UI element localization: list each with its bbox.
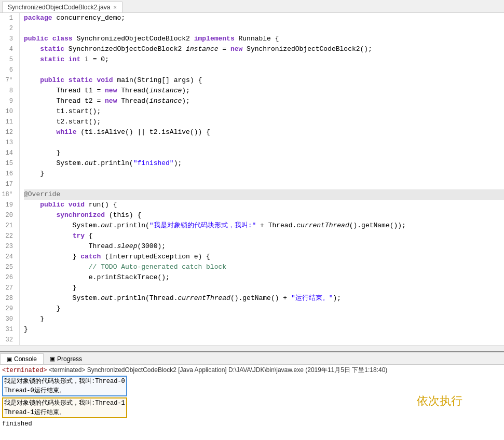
line-number: 30: [0, 314, 16, 324]
console-tab-progress[interactable]: ▣ Progress: [44, 354, 88, 364]
line-number: 18°: [0, 189, 16, 200]
line-number: 21: [0, 221, 16, 231]
line-number: 11: [0, 117, 16, 127]
line-number: 14: [0, 148, 16, 158]
line-number: 6: [0, 65, 16, 75]
line-number: 10: [0, 106, 16, 117]
code-line: // TODO Auto-generated catch block: [24, 262, 504, 272]
console-yellow-highlight: 我是对象锁的代码块形式，我叫:Thread-1Thread-1运行结束。: [2, 397, 127, 418]
console-output-line: 我是对象锁的代码块形式，我叫:Thread-1: [4, 398, 125, 408]
code-line: static int i = 0;: [24, 54, 504, 65]
code-line: System.out.println("我是对象锁的代码块形式，我叫:" + T…: [24, 221, 504, 231]
code-line: package concurrency_demo;: [24, 13, 504, 23]
terminated-text: <terminated> SynchronizedObjectCodeBlock…: [49, 366, 388, 374]
console-output-line: Thread-0运行结束。: [4, 386, 125, 395]
line-number: 3: [0, 34, 16, 44]
code-line: [24, 23, 504, 34]
line-number: 20: [0, 210, 16, 221]
code-line: static SynchronizedObjectCodeBlock2 inst…: [24, 44, 504, 54]
line-number: 2: [0, 23, 16, 34]
line-number: 28: [0, 293, 16, 304]
code-line: synchronized (this) {: [24, 210, 504, 221]
console-output-line: finished: [2, 419, 502, 429]
line-number: 19: [0, 200, 16, 210]
progress-tab-icon: ▣: [50, 355, 55, 362]
code-line: public void run() {: [24, 200, 504, 210]
line-number: 5: [0, 54, 16, 65]
line-number: 7°: [0, 75, 16, 86]
code-line: [24, 138, 504, 148]
line-number: 24: [0, 252, 16, 262]
line-number: 1: [0, 13, 16, 23]
code-line: t2.start();: [24, 117, 504, 127]
console-output-line: Thread-1运行结束。: [4, 408, 125, 417]
code-line: e.printStackTrace();: [24, 272, 504, 283]
line-number: 32: [0, 335, 16, 345]
code-line: public static void main(String[] args) {: [24, 75, 504, 86]
code-line: t1.start();: [24, 106, 504, 117]
line-number: 9: [0, 96, 16, 106]
code-line: public class SynchronizedObjectCodeBlock…: [24, 34, 504, 44]
code-line: while (t1.isAlive() || t2.isAlive()) {: [24, 127, 504, 138]
console-tab-console[interactable]: ▣ Console: [0, 353, 44, 364]
code-line: [24, 179, 504, 189]
console-output-line: 我是对象锁的代码块形式，我叫:Thread-0: [4, 377, 125, 386]
line-number: 25: [0, 262, 16, 272]
console-tab-label: Console: [14, 355, 37, 363]
hscroll-bar[interactable]: [0, 345, 504, 351]
code-line: Thread t1 = new Thread(instance);: [24, 86, 504, 96]
annotation-text: 依次执行: [417, 393, 462, 409]
code-line: }: [24, 304, 504, 314]
file-tab-label: SynchronizedObjectCodeBlock2.java: [8, 4, 110, 11]
code-line: System.out.println(Thread.currentThread(…: [24, 293, 504, 304]
line-number: 13: [0, 138, 16, 148]
line-number: 17: [0, 179, 16, 189]
line-numbers: 1234567°89101112131415161718°19202122232…: [0, 13, 20, 345]
console-terminated-line: <terminated> <terminated> SynchronizedOb…: [2, 366, 502, 375]
code-line: }: [24, 314, 504, 324]
code-line: try {: [24, 231, 504, 241]
line-number: 31: [0, 324, 16, 335]
console-tab-icon: ▣: [7, 356, 12, 363]
console-content[interactable]: <terminated> <terminated> SynchronizedOb…: [0, 365, 504, 440]
line-number: 8: [0, 86, 16, 96]
line-number: 27: [0, 283, 16, 293]
console-tab-bar: ▣ Console ▣ Progress: [0, 352, 504, 365]
code-line: }: [24, 324, 504, 335]
code-line: [24, 65, 504, 75]
file-tab-close[interactable]: ×: [113, 4, 116, 10]
line-number: 16: [0, 169, 16, 179]
line-number: 23: [0, 241, 16, 252]
line-number: 4: [0, 44, 16, 54]
line-number: 15: [0, 158, 16, 169]
line-number: 29: [0, 304, 16, 314]
code-line: @Override: [24, 189, 504, 200]
code-line: } catch (InterruptedException e) {: [24, 252, 504, 262]
code-lines: package concurrency_demo; public class S…: [20, 13, 504, 345]
code-line: Thread.sleep(3000);: [24, 241, 504, 252]
file-tab[interactable]: SynchronizedObjectCodeBlock2.java ×: [2, 2, 122, 12]
editor-tab-bar: SynchronizedObjectCodeBlock2.java ×: [0, 0, 504, 13]
line-number: 12: [0, 127, 16, 138]
console-area: ▣ Console ▣ Progress <terminated> <termi…: [0, 351, 504, 440]
code-line: }: [24, 169, 504, 179]
code-line: [24, 335, 504, 345]
code-line: System.out.println("finished");: [24, 158, 504, 169]
console-blue-highlight: 我是对象锁的代码块形式，我叫:Thread-0Thread-0运行结束。: [2, 376, 127, 396]
code-line: Thread t2 = new Thread(instance);: [24, 96, 504, 106]
line-number: 26: [0, 272, 16, 283]
code-line: }: [24, 148, 504, 158]
line-number: 22: [0, 231, 16, 241]
progress-tab-label: Progress: [57, 355, 82, 363]
code-container: 1234567°89101112131415161718°19202122232…: [0, 13, 504, 345]
code-line: }: [24, 283, 504, 293]
